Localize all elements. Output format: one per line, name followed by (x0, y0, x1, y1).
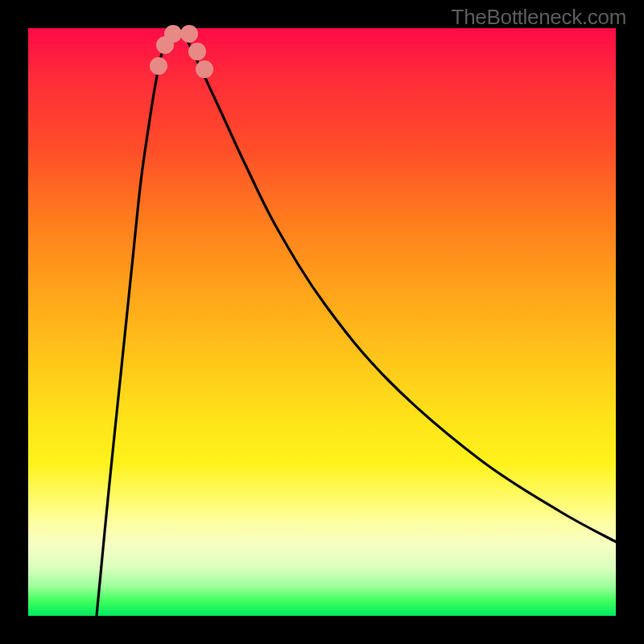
curve-marker (188, 43, 206, 60)
curve-left (97, 29, 181, 616)
curve-marker (196, 60, 213, 78)
plot-area (28, 28, 616, 616)
curve-marker (164, 25, 182, 43)
curve-marker (150, 57, 167, 75)
curve-markers (150, 25, 213, 78)
curve-marker (180, 25, 198, 43)
attribution-text: TheBottleneck.com (452, 5, 626, 30)
chart-frame: TheBottleneck.com (0, 0, 644, 644)
curve-right (181, 29, 616, 542)
curves-svg (28, 28, 616, 616)
